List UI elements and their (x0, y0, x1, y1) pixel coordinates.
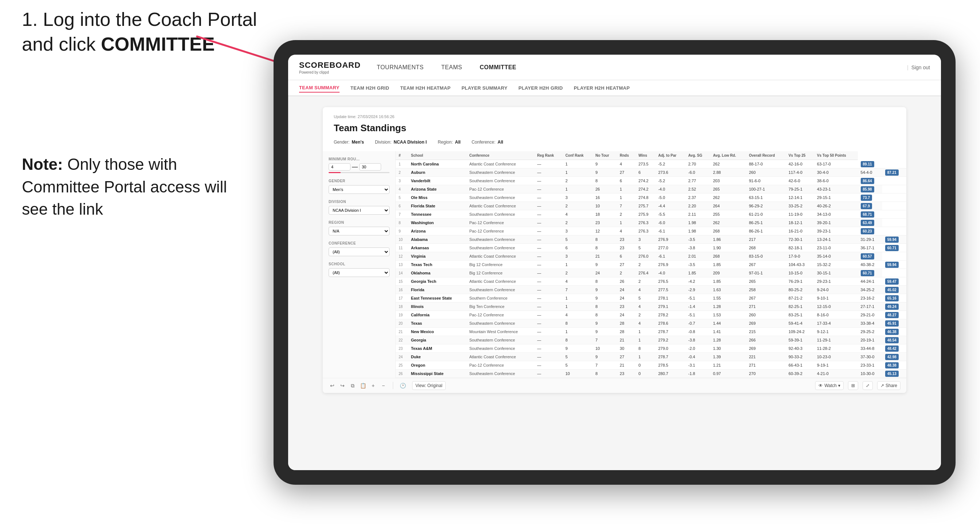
col-adj-par: Adj. to Par (655, 151, 685, 160)
logo-area: SCOREBOARD Powered by clippd (299, 60, 361, 75)
copy-icon[interactable]: ⧉ (349, 382, 356, 389)
table-row: 3VanderbiltSoutheastern Conference—28627… (396, 177, 906, 185)
nav-items: TOURNAMENTS TEAMS COMMITTEE (375, 61, 518, 74)
table-row: 19CaliforniaPac-12 Conference—48242278.2… (396, 311, 906, 319)
standings-table: # School Conference Reg Rank Conf Rank N… (396, 151, 906, 378)
paste-icon[interactable]: 📋 (359, 382, 366, 389)
rounds-slider[interactable] (329, 172, 390, 173)
sidebar-gender: Gender Men's (329, 179, 390, 194)
subnav-player-summary[interactable]: PLAYER SUMMARY (461, 84, 508, 92)
filter-region: Region: All (438, 140, 461, 145)
tablet-device: SCOREBOARD Powered by clippd TOURNAMENTS… (274, 40, 956, 485)
table-row: 26Mississippi StateSoutheastern Conferen… (396, 370, 906, 378)
card-title: Team Standings (334, 122, 406, 134)
note-text: Note: Only those with Committee Portal a… (22, 153, 248, 221)
sub-nav: TEAM SUMMARY TEAM H2H GRID TEAM H2H HEAT… (288, 80, 941, 96)
division-select[interactable]: NCAA Division I (329, 206, 390, 215)
col-reg-rank: Reg Rank (534, 151, 562, 160)
table-row: 10AlabamaSoutheastern Conference—5823327… (396, 235, 906, 244)
sign-out-button[interactable]: Sign out (912, 65, 930, 70)
table-row: 9ArizonaPac-12 Conference—3124276.3-6.11… (396, 227, 906, 235)
col-wins: Wins (635, 151, 655, 160)
toolbar-icons: ↩ ↪ ⧉ 📋 + − (329, 382, 387, 389)
subnav-team-h2h-heatmap[interactable]: TEAM H2H HEATMAP (400, 84, 450, 92)
layout-button[interactable]: ⊞ (848, 381, 858, 390)
subnav-team-summary[interactable]: TEAM SUMMARY (299, 83, 340, 92)
table-row: 4Arizona StatePac-12 Conference—1261274.… (396, 185, 906, 194)
subnav-player-h2h-heatmap[interactable]: PLAYER H2H HEATMAP (574, 84, 630, 92)
standings-table-container: # School Conference Reg Rank Conf Rank N… (396, 151, 906, 378)
content-card: Update time: 27/03/2024 16:56:26 Team St… (323, 107, 906, 393)
table-row: 25OregonPac-12 Conference—57210278.5-3.1… (396, 361, 906, 370)
redo-icon[interactable]: ↪ (339, 382, 346, 389)
update-time: Update time: 27/03/2024 16:56:26 (334, 114, 406, 119)
table-row: 6Florida StateAtlantic Coast Conference—… (396, 202, 906, 210)
col-overall: Overall Record (746, 151, 786, 160)
table-row: 13Texas TechBig 12 Conference—19272276.9… (396, 260, 906, 269)
tablet-screen: SCOREBOARD Powered by clippd TOURNAMENTS… (288, 55, 941, 470)
sidebar-conference: Conference (All) (329, 241, 390, 256)
app-header: SCOREBOARD Powered by clippd TOURNAMENTS… (288, 55, 941, 80)
table-row: 2AuburnSoutheastern Conference—19276273.… (396, 168, 906, 177)
max-rounds-input[interactable] (359, 163, 381, 171)
col-conf-rank: Conf Rank (562, 151, 592, 160)
clock-icon: 🕐 (399, 382, 406, 389)
bottom-toolbar: ↩ ↪ ⧉ 📋 + − 🕐 View: Original 👁 (323, 378, 906, 393)
table-row: 14OklahomaBig 12 Conference—2242276.4-4.… (396, 269, 906, 277)
card-body: Minimum Rou... — (323, 151, 906, 378)
subnav-team-h2h-grid[interactable]: TEAM H2H GRID (350, 84, 389, 92)
sidebar-region: Region N/A (329, 221, 390, 235)
col-vs-top50: Vs Top 50 Points (814, 151, 858, 160)
filter-gender: Gender: Men's (334, 140, 364, 145)
table-row: 11ArkansasSoutheastern Conference—682352… (396, 244, 906, 252)
watch-button[interactable]: 👁 Watch ▾ (815, 381, 843, 390)
table-row: 8WashingtonPac-12 Conference—2231276.3-6… (396, 219, 906, 227)
sidebar-school: School (All) (329, 262, 390, 277)
sidebar-division: Division NCAA Division I (329, 200, 390, 215)
minus-icon[interactable]: − (380, 382, 387, 389)
table-row: 7TennesseeSoutheastern Conference—418227… (396, 210, 906, 219)
subnav-player-h2h-grid[interactable]: PLAYER H2H GRID (518, 84, 563, 92)
min-rounds-input[interactable] (329, 163, 350, 171)
table-row: 21New MexicoMountain West Conference—192… (396, 328, 906, 336)
table-row: 22GeorgiaSoutheastern Conference—8721127… (396, 336, 906, 344)
expand-button[interactable]: ⤢ (862, 381, 873, 390)
view-original-label: View: Original (415, 383, 442, 388)
undo-icon[interactable]: ↩ (329, 382, 336, 389)
share-button[interactable]: ↗ Share (877, 381, 900, 390)
col-avg-sg: Avg. SG (685, 151, 710, 160)
col-avg-low: Avg. Low Rd. (710, 151, 746, 160)
nav-teams[interactable]: TEAMS (440, 61, 464, 74)
table-row: 1North CarolinaAtlantic Coast Conference… (396, 160, 906, 168)
logo-text: SCOREBOARD (299, 60, 361, 70)
view-original-button[interactable]: View: Original (412, 381, 446, 390)
school-select[interactable]: (All) (329, 268, 390, 277)
table-row: 16FloridaSoutheastern Conference—7924427… (396, 286, 906, 294)
col-no-tour: No Tour (592, 151, 617, 160)
gender-select[interactable]: Men's (329, 185, 390, 194)
table-row: 5Ole MissSoutheastern Conference—3161274… (396, 194, 906, 202)
region-select[interactable]: N/A (329, 227, 390, 235)
table-row: 23Texas A&MSoutheastern Conference—91030… (396, 344, 906, 353)
filter-conference: Conference: All (472, 140, 503, 145)
col-vs-top25: Vs Top 25 (786, 151, 814, 160)
nav-committee[interactable]: COMMITTEE (478, 61, 518, 74)
table-row: 15Georgia TechAtlantic Coast Conference—… (396, 277, 906, 286)
plus-icon[interactable]: + (369, 382, 377, 389)
nav-tournaments[interactable]: TOURNAMENTS (375, 61, 425, 74)
col-rank: # (396, 151, 408, 160)
sidebar-minimum-rounds: Minimum Rou... — (329, 157, 390, 173)
filter-row: Gender: Men's Division: NCAA Division I … (334, 140, 896, 145)
main-content: Update time: 27/03/2024 16:56:26 Team St… (288, 96, 941, 470)
col-rnds: Rnds (617, 151, 635, 160)
table-row: 24DukeAtlantic Coast Conference—59271278… (396, 353, 906, 361)
table-row: 18IllinoisBig Ten Conference—18234279.1-… (396, 303, 906, 311)
sidebar: Minimum Rou... — (323, 151, 396, 378)
conference-select[interactable]: (All) (329, 248, 390, 256)
col-school: School (408, 151, 466, 160)
col-conference: Conference (466, 151, 534, 160)
note-area: Note: Only those with Committee Portal a… (22, 153, 248, 221)
table-row: 20TexasSoutheastern Conference—89284278.… (396, 319, 906, 328)
logo-sub: Powered by clippd (299, 70, 361, 75)
card-header: Update time: 27/03/2024 16:56:26 Team St… (323, 107, 906, 151)
